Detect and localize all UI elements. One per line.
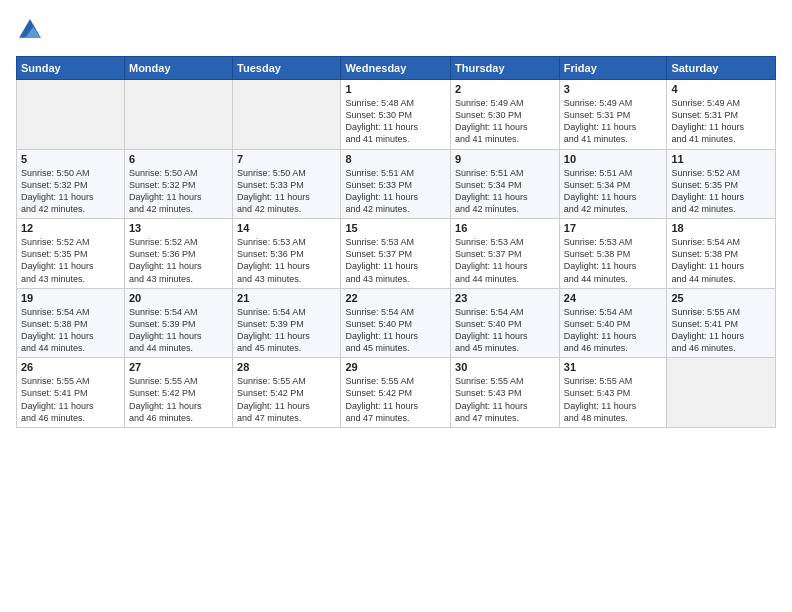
calendar-cell: 7Sunrise: 5:50 AM Sunset: 5:33 PM Daylig… <box>233 149 341 219</box>
day-number: 4 <box>671 83 771 95</box>
day-info: Sunrise: 5:54 AM Sunset: 5:38 PM Dayligh… <box>21 306 120 355</box>
header <box>16 16 776 44</box>
calendar-cell <box>124 80 232 150</box>
calendar-cell: 29Sunrise: 5:55 AM Sunset: 5:42 PM Dayli… <box>341 358 451 428</box>
day-number: 22 <box>345 292 446 304</box>
calendar-cell: 11Sunrise: 5:52 AM Sunset: 5:35 PM Dayli… <box>667 149 776 219</box>
calendar-cell: 5Sunrise: 5:50 AM Sunset: 5:32 PM Daylig… <box>17 149 125 219</box>
day-info: Sunrise: 5:49 AM Sunset: 5:31 PM Dayligh… <box>671 97 771 146</box>
calendar-cell: 24Sunrise: 5:54 AM Sunset: 5:40 PM Dayli… <box>559 288 667 358</box>
calendar-cell: 30Sunrise: 5:55 AM Sunset: 5:43 PM Dayli… <box>451 358 560 428</box>
calendar-cell: 27Sunrise: 5:55 AM Sunset: 5:42 PM Dayli… <box>124 358 232 428</box>
day-number: 28 <box>237 361 336 373</box>
day-info: Sunrise: 5:55 AM Sunset: 5:43 PM Dayligh… <box>564 375 663 424</box>
day-number: 20 <box>129 292 228 304</box>
day-info: Sunrise: 5:52 AM Sunset: 5:35 PM Dayligh… <box>671 167 771 216</box>
day-number: 9 <box>455 153 555 165</box>
day-number: 31 <box>564 361 663 373</box>
day-info: Sunrise: 5:53 AM Sunset: 5:37 PM Dayligh… <box>345 236 446 285</box>
day-info: Sunrise: 5:54 AM Sunset: 5:38 PM Dayligh… <box>671 236 771 285</box>
weekday-header-wednesday: Wednesday <box>341 57 451 80</box>
calendar-cell <box>667 358 776 428</box>
day-info: Sunrise: 5:52 AM Sunset: 5:35 PM Dayligh… <box>21 236 120 285</box>
day-info: Sunrise: 5:51 AM Sunset: 5:34 PM Dayligh… <box>564 167 663 216</box>
day-number: 30 <box>455 361 555 373</box>
day-info: Sunrise: 5:53 AM Sunset: 5:38 PM Dayligh… <box>564 236 663 285</box>
calendar-cell: 20Sunrise: 5:54 AM Sunset: 5:39 PM Dayli… <box>124 288 232 358</box>
day-info: Sunrise: 5:54 AM Sunset: 5:39 PM Dayligh… <box>237 306 336 355</box>
day-info: Sunrise: 5:51 AM Sunset: 5:34 PM Dayligh… <box>455 167 555 216</box>
day-number: 16 <box>455 222 555 234</box>
logo-icon <box>16 16 44 44</box>
day-number: 8 <box>345 153 446 165</box>
calendar-header-row: SundayMondayTuesdayWednesdayThursdayFrid… <box>17 57 776 80</box>
day-info: Sunrise: 5:55 AM Sunset: 5:41 PM Dayligh… <box>671 306 771 355</box>
day-number: 21 <box>237 292 336 304</box>
day-info: Sunrise: 5:49 AM Sunset: 5:30 PM Dayligh… <box>455 97 555 146</box>
calendar-cell: 26Sunrise: 5:55 AM Sunset: 5:41 PM Dayli… <box>17 358 125 428</box>
calendar-cell: 17Sunrise: 5:53 AM Sunset: 5:38 PM Dayli… <box>559 219 667 289</box>
weekday-header-tuesday: Tuesday <box>233 57 341 80</box>
calendar-week-1: 1Sunrise: 5:48 AM Sunset: 5:30 PM Daylig… <box>17 80 776 150</box>
day-info: Sunrise: 5:51 AM Sunset: 5:33 PM Dayligh… <box>345 167 446 216</box>
calendar-cell: 2Sunrise: 5:49 AM Sunset: 5:30 PM Daylig… <box>451 80 560 150</box>
weekday-header-thursday: Thursday <box>451 57 560 80</box>
calendar-cell: 10Sunrise: 5:51 AM Sunset: 5:34 PM Dayli… <box>559 149 667 219</box>
day-info: Sunrise: 5:49 AM Sunset: 5:31 PM Dayligh… <box>564 97 663 146</box>
day-info: Sunrise: 5:54 AM Sunset: 5:40 PM Dayligh… <box>564 306 663 355</box>
day-info: Sunrise: 5:55 AM Sunset: 5:41 PM Dayligh… <box>21 375 120 424</box>
calendar-cell: 1Sunrise: 5:48 AM Sunset: 5:30 PM Daylig… <box>341 80 451 150</box>
day-info: Sunrise: 5:55 AM Sunset: 5:43 PM Dayligh… <box>455 375 555 424</box>
calendar-cell: 19Sunrise: 5:54 AM Sunset: 5:38 PM Dayli… <box>17 288 125 358</box>
weekday-header-friday: Friday <box>559 57 667 80</box>
calendar-cell: 13Sunrise: 5:52 AM Sunset: 5:36 PM Dayli… <box>124 219 232 289</box>
day-number: 6 <box>129 153 228 165</box>
day-number: 10 <box>564 153 663 165</box>
calendar-cell: 15Sunrise: 5:53 AM Sunset: 5:37 PM Dayli… <box>341 219 451 289</box>
day-number: 19 <box>21 292 120 304</box>
calendar-cell: 16Sunrise: 5:53 AM Sunset: 5:37 PM Dayli… <box>451 219 560 289</box>
calendar-cell: 8Sunrise: 5:51 AM Sunset: 5:33 PM Daylig… <box>341 149 451 219</box>
day-info: Sunrise: 5:54 AM Sunset: 5:40 PM Dayligh… <box>455 306 555 355</box>
calendar-cell: 14Sunrise: 5:53 AM Sunset: 5:36 PM Dayli… <box>233 219 341 289</box>
day-number: 17 <box>564 222 663 234</box>
day-number: 11 <box>671 153 771 165</box>
day-number: 27 <box>129 361 228 373</box>
day-number: 14 <box>237 222 336 234</box>
calendar-cell: 3Sunrise: 5:49 AM Sunset: 5:31 PM Daylig… <box>559 80 667 150</box>
day-info: Sunrise: 5:50 AM Sunset: 5:33 PM Dayligh… <box>237 167 336 216</box>
day-number: 1 <box>345 83 446 95</box>
weekday-header-sunday: Sunday <box>17 57 125 80</box>
day-info: Sunrise: 5:53 AM Sunset: 5:36 PM Dayligh… <box>237 236 336 285</box>
calendar-cell: 23Sunrise: 5:54 AM Sunset: 5:40 PM Dayli… <box>451 288 560 358</box>
calendar-cell: 21Sunrise: 5:54 AM Sunset: 5:39 PM Dayli… <box>233 288 341 358</box>
calendar-week-4: 19Sunrise: 5:54 AM Sunset: 5:38 PM Dayli… <box>17 288 776 358</box>
day-info: Sunrise: 5:54 AM Sunset: 5:40 PM Dayligh… <box>345 306 446 355</box>
calendar-cell: 28Sunrise: 5:55 AM Sunset: 5:42 PM Dayli… <box>233 358 341 428</box>
calendar-cell: 31Sunrise: 5:55 AM Sunset: 5:43 PM Dayli… <box>559 358 667 428</box>
weekday-header-saturday: Saturday <box>667 57 776 80</box>
day-info: Sunrise: 5:55 AM Sunset: 5:42 PM Dayligh… <box>237 375 336 424</box>
calendar-cell <box>17 80 125 150</box>
day-number: 24 <box>564 292 663 304</box>
day-number: 12 <box>21 222 120 234</box>
calendar-week-2: 5Sunrise: 5:50 AM Sunset: 5:32 PM Daylig… <box>17 149 776 219</box>
day-info: Sunrise: 5:54 AM Sunset: 5:39 PM Dayligh… <box>129 306 228 355</box>
calendar-cell: 25Sunrise: 5:55 AM Sunset: 5:41 PM Dayli… <box>667 288 776 358</box>
calendar-cell: 18Sunrise: 5:54 AM Sunset: 5:38 PM Dayli… <box>667 219 776 289</box>
day-number: 18 <box>671 222 771 234</box>
day-info: Sunrise: 5:55 AM Sunset: 5:42 PM Dayligh… <box>129 375 228 424</box>
day-number: 5 <box>21 153 120 165</box>
day-info: Sunrise: 5:50 AM Sunset: 5:32 PM Dayligh… <box>129 167 228 216</box>
day-number: 15 <box>345 222 446 234</box>
calendar-week-3: 12Sunrise: 5:52 AM Sunset: 5:35 PM Dayli… <box>17 219 776 289</box>
calendar-table: SundayMondayTuesdayWednesdayThursdayFrid… <box>16 56 776 428</box>
day-number: 29 <box>345 361 446 373</box>
day-number: 23 <box>455 292 555 304</box>
calendar-cell <box>233 80 341 150</box>
calendar-cell: 6Sunrise: 5:50 AM Sunset: 5:32 PM Daylig… <box>124 149 232 219</box>
calendar-cell: 9Sunrise: 5:51 AM Sunset: 5:34 PM Daylig… <box>451 149 560 219</box>
calendar-cell: 12Sunrise: 5:52 AM Sunset: 5:35 PM Dayli… <box>17 219 125 289</box>
calendar-week-5: 26Sunrise: 5:55 AM Sunset: 5:41 PM Dayli… <box>17 358 776 428</box>
calendar-cell: 22Sunrise: 5:54 AM Sunset: 5:40 PM Dayli… <box>341 288 451 358</box>
